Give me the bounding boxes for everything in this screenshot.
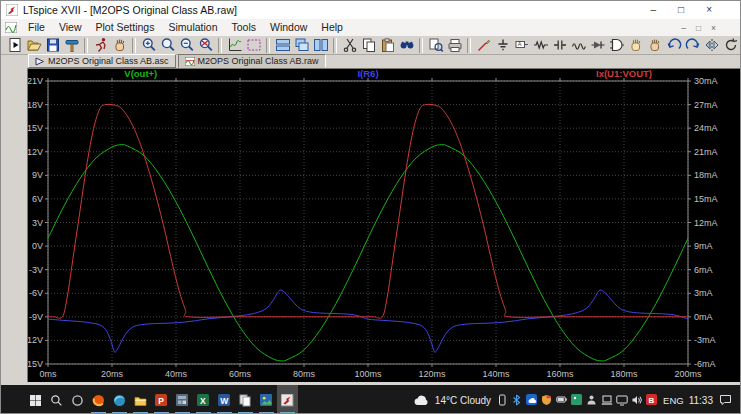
taskbar-app-excel[interactable]: X xyxy=(193,385,214,414)
legend-V(out+)[interactable]: V(out+) xyxy=(124,69,157,79)
save-button[interactable] xyxy=(43,37,62,54)
taskbar-app-ltspice[interactable] xyxy=(277,385,298,414)
y-axis-left-label: -15V xyxy=(28,359,43,369)
taskbar-app-pages[interactable] xyxy=(235,385,256,414)
redo-button[interactable] xyxy=(683,37,702,54)
run-man-button[interactable] xyxy=(91,37,110,54)
tray-display-icon[interactable] xyxy=(616,394,628,406)
tile-horizontal-button[interactable] xyxy=(273,37,292,54)
net-label-button[interactable]: A xyxy=(512,37,531,54)
move-hand-button[interactable] xyxy=(626,37,645,54)
zoom-in-button[interactable] xyxy=(139,37,158,54)
search-button[interactable] xyxy=(46,385,67,414)
inductor-button[interactable] xyxy=(569,37,588,54)
mdi-minimize-button[interactable]: – xyxy=(681,23,686,33)
tray-bluetooth-icon[interactable] xyxy=(511,394,523,406)
autorange-icon xyxy=(227,37,243,53)
menu-item-file[interactable]: File xyxy=(21,21,52,33)
menu-item-help[interactable]: Help xyxy=(314,21,350,33)
tray-laptop-icon[interactable] xyxy=(601,394,613,406)
menu-item-simulation[interactable]: Simulation xyxy=(161,21,224,33)
y-axis-right-label: 27mA xyxy=(694,100,718,110)
halt-button[interactable] xyxy=(110,37,129,54)
open-button[interactable] xyxy=(24,37,43,54)
x-axis-label: 0ms xyxy=(39,369,57,379)
redo-icon xyxy=(685,37,701,53)
tray-user-icon[interactable] xyxy=(586,394,598,406)
cortana-button[interactable] xyxy=(67,385,88,414)
tile-vertical-button[interactable] xyxy=(311,37,330,54)
close-button[interactable]: × xyxy=(706,1,712,19)
diode-button[interactable] xyxy=(588,37,607,54)
tab-bar: M2OPS Original Class AB.asc M2OPS Origin… xyxy=(1,55,741,68)
cut-button[interactable] xyxy=(340,37,359,54)
tray-phone-icon[interactable] xyxy=(496,394,508,406)
mirror-button[interactable] xyxy=(702,37,721,54)
menu-item-window[interactable]: Window xyxy=(263,21,314,33)
taskbar-app-edge[interactable] xyxy=(109,385,130,414)
print-preview-button[interactable] xyxy=(426,37,445,54)
taskbar-app-explorer[interactable] xyxy=(130,385,151,414)
control-panel-button[interactable] xyxy=(62,37,81,54)
taskbar-app-photos[interactable] xyxy=(256,385,277,414)
tray-volume-icon[interactable] xyxy=(631,394,643,406)
x-axis-label: 200ms xyxy=(674,369,702,379)
tab-schematic[interactable]: M2OPS Original Class AB.asc xyxy=(28,54,176,68)
x-axis-label: 180ms xyxy=(610,369,638,379)
ltspice-logo-icon xyxy=(6,4,18,16)
waveform-plot[interactable]: 0ms20ms40ms60ms80ms100ms120ms140ms160ms1… xyxy=(28,69,740,383)
start-button[interactable] xyxy=(25,385,46,414)
capacitor-button[interactable] xyxy=(550,37,569,54)
autorange-button[interactable] xyxy=(225,37,244,54)
menu-item-plot-settings[interactable]: Plot Settings xyxy=(89,21,162,33)
tab-waveform[interactable]: M2OPS Original Class AB.raw xyxy=(178,54,326,68)
ltspice-icon xyxy=(281,394,294,407)
legend-I(R6)[interactable]: I(R6) xyxy=(357,69,378,79)
tray-photos-tray-icon[interactable] xyxy=(571,394,583,406)
y-axis-right-label: 0mA xyxy=(694,312,713,322)
zoom-full-button[interactable] xyxy=(196,37,215,54)
ground-button[interactable] xyxy=(493,37,512,54)
mdi-restore-button[interactable]: □ xyxy=(696,23,701,33)
tray-battery-icon[interactable] xyxy=(556,394,568,406)
resistor-button[interactable] xyxy=(531,37,550,54)
minimize-button[interactable]: – xyxy=(651,1,657,19)
zoom-box-button[interactable] xyxy=(244,37,263,54)
component-button[interactable] xyxy=(607,37,626,54)
zoom-back-button[interactable] xyxy=(158,37,177,54)
menu-item-view[interactable]: View xyxy=(52,21,89,33)
taskbar-app-powerpoint[interactable]: P xyxy=(151,385,172,414)
x-axis-label: 120ms xyxy=(418,369,446,379)
legend-Ix(U1:VOUT)[interactable]: Ix(U1:VOUT) xyxy=(596,69,652,79)
svg-text:P: P xyxy=(158,395,164,405)
paste-button[interactable] xyxy=(378,37,397,54)
notification-center-icon[interactable] xyxy=(718,394,732,406)
zoom-out-button[interactable] xyxy=(177,37,196,54)
menu-item-tools[interactable]: Tools xyxy=(224,21,263,33)
tray-onedrive-icon[interactable] xyxy=(526,394,538,406)
x-axis-label: 80ms xyxy=(293,369,316,379)
drag-hand-icon xyxy=(647,37,663,53)
clock[interactable]: 11:33 xyxy=(689,395,713,406)
window-title: LTspice XVII - [M2OPS Original Class AB.… xyxy=(23,4,237,16)
wire-button[interactable] xyxy=(474,37,493,54)
language-indicator[interactable]: ENG xyxy=(663,395,684,406)
undo-button[interactable] xyxy=(664,37,683,54)
cascade-button[interactable] xyxy=(292,37,311,54)
find-button[interactable] xyxy=(397,37,416,54)
weather-cloud-icon[interactable] xyxy=(414,394,430,406)
print-button[interactable] xyxy=(445,37,464,54)
taskbar-app-app-window[interactable] xyxy=(172,385,193,414)
mdi-child-icon[interactable] xyxy=(5,22,17,33)
taskbar-app-firefox[interactable] xyxy=(88,385,109,414)
restore-button[interactable]: □ xyxy=(678,1,684,19)
run-doc-button[interactable] xyxy=(5,37,24,54)
taskbar-app-word[interactable]: W xyxy=(214,385,235,414)
tray-security-red-icon[interactable]: B xyxy=(646,394,658,406)
drag-hand-button[interactable] xyxy=(645,37,664,54)
copy-button[interactable] xyxy=(359,37,378,54)
tray-defender-shield-icon[interactable] xyxy=(541,394,553,406)
weather-text[interactable]: 14°C Cloudy xyxy=(435,395,491,406)
mdi-close-button[interactable]: × xyxy=(711,23,716,33)
rotate-button[interactable] xyxy=(721,37,740,54)
